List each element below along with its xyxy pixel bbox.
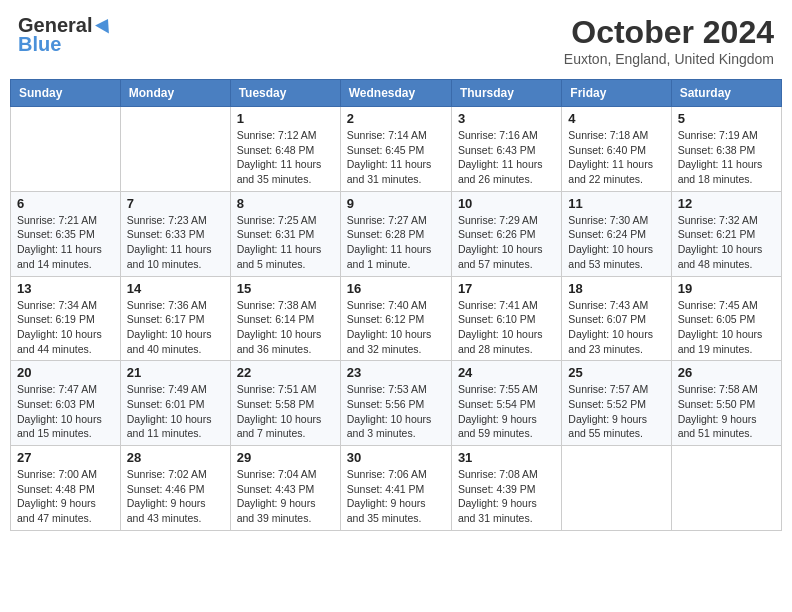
weekday-header-thursday: Thursday	[451, 80, 561, 107]
calendar-week-2: 6Sunrise: 7:21 AM Sunset: 6:35 PM Daylig…	[11, 191, 782, 276]
day-number: 30	[347, 450, 445, 465]
calendar-cell: 12Sunrise: 7:32 AM Sunset: 6:21 PM Dayli…	[671, 191, 781, 276]
day-info: Sunrise: 7:57 AM Sunset: 5:52 PM Dayligh…	[568, 382, 664, 441]
day-info: Sunrise: 7:55 AM Sunset: 5:54 PM Dayligh…	[458, 382, 555, 441]
day-info: Sunrise: 7:04 AM Sunset: 4:43 PM Dayligh…	[237, 467, 334, 526]
day-number: 17	[458, 281, 555, 296]
day-number: 14	[127, 281, 224, 296]
calendar-header: General Blue October 2024 Euxton, Englan…	[10, 10, 782, 71]
day-info: Sunrise: 7:40 AM Sunset: 6:12 PM Dayligh…	[347, 298, 445, 357]
day-info: Sunrise: 7:29 AM Sunset: 6:26 PM Dayligh…	[458, 213, 555, 272]
month-title: October 2024	[564, 14, 774, 51]
calendar-cell: 19Sunrise: 7:45 AM Sunset: 6:05 PM Dayli…	[671, 276, 781, 361]
day-number: 28	[127, 450, 224, 465]
day-info: Sunrise: 7:14 AM Sunset: 6:45 PM Dayligh…	[347, 128, 445, 187]
day-info: Sunrise: 7:58 AM Sunset: 5:50 PM Dayligh…	[678, 382, 775, 441]
day-number: 12	[678, 196, 775, 211]
weekday-header-sunday: Sunday	[11, 80, 121, 107]
calendar-cell: 28Sunrise: 7:02 AM Sunset: 4:46 PM Dayli…	[120, 446, 230, 531]
calendar-cell: 20Sunrise: 7:47 AM Sunset: 6:03 PM Dayli…	[11, 361, 121, 446]
calendar-cell: 17Sunrise: 7:41 AM Sunset: 6:10 PM Dayli…	[451, 276, 561, 361]
calendar-table: SundayMondayTuesdayWednesdayThursdayFrid…	[10, 79, 782, 531]
calendar-cell: 16Sunrise: 7:40 AM Sunset: 6:12 PM Dayli…	[340, 276, 451, 361]
calendar-cell: 24Sunrise: 7:55 AM Sunset: 5:54 PM Dayli…	[451, 361, 561, 446]
day-number: 8	[237, 196, 334, 211]
day-info: Sunrise: 7:00 AM Sunset: 4:48 PM Dayligh…	[17, 467, 114, 526]
day-number: 18	[568, 281, 664, 296]
day-number: 3	[458, 111, 555, 126]
day-number: 10	[458, 196, 555, 211]
calendar-cell: 31Sunrise: 7:08 AM Sunset: 4:39 PM Dayli…	[451, 446, 561, 531]
day-info: Sunrise: 7:21 AM Sunset: 6:35 PM Dayligh…	[17, 213, 114, 272]
calendar-cell: 21Sunrise: 7:49 AM Sunset: 6:01 PM Dayli…	[120, 361, 230, 446]
day-info: Sunrise: 7:51 AM Sunset: 5:58 PM Dayligh…	[237, 382, 334, 441]
title-block: October 2024 Euxton, England, United Kin…	[564, 14, 774, 67]
calendar-cell: 13Sunrise: 7:34 AM Sunset: 6:19 PM Dayli…	[11, 276, 121, 361]
calendar-cell: 27Sunrise: 7:00 AM Sunset: 4:48 PM Dayli…	[11, 446, 121, 531]
day-number: 25	[568, 365, 664, 380]
day-info: Sunrise: 7:25 AM Sunset: 6:31 PM Dayligh…	[237, 213, 334, 272]
calendar-cell: 6Sunrise: 7:21 AM Sunset: 6:35 PM Daylig…	[11, 191, 121, 276]
calendar-cell	[11, 107, 121, 192]
calendar-cell: 9Sunrise: 7:27 AM Sunset: 6:28 PM Daylig…	[340, 191, 451, 276]
day-number: 19	[678, 281, 775, 296]
day-info: Sunrise: 7:23 AM Sunset: 6:33 PM Dayligh…	[127, 213, 224, 272]
calendar-cell	[562, 446, 671, 531]
calendar-week-5: 27Sunrise: 7:00 AM Sunset: 4:48 PM Dayli…	[11, 446, 782, 531]
day-info: Sunrise: 7:47 AM Sunset: 6:03 PM Dayligh…	[17, 382, 114, 441]
calendar-cell: 14Sunrise: 7:36 AM Sunset: 6:17 PM Dayli…	[120, 276, 230, 361]
weekday-header-saturday: Saturday	[671, 80, 781, 107]
day-info: Sunrise: 7:08 AM Sunset: 4:39 PM Dayligh…	[458, 467, 555, 526]
day-number: 13	[17, 281, 114, 296]
calendar-cell: 7Sunrise: 7:23 AM Sunset: 6:33 PM Daylig…	[120, 191, 230, 276]
calendar-cell: 30Sunrise: 7:06 AM Sunset: 4:41 PM Dayli…	[340, 446, 451, 531]
day-number: 26	[678, 365, 775, 380]
day-number: 4	[568, 111, 664, 126]
weekday-header-monday: Monday	[120, 80, 230, 107]
calendar-cell: 11Sunrise: 7:30 AM Sunset: 6:24 PM Dayli…	[562, 191, 671, 276]
logo-blue: Blue	[18, 33, 61, 56]
day-info: Sunrise: 7:18 AM Sunset: 6:40 PM Dayligh…	[568, 128, 664, 187]
day-number: 24	[458, 365, 555, 380]
weekday-header-friday: Friday	[562, 80, 671, 107]
day-number: 5	[678, 111, 775, 126]
calendar-cell: 8Sunrise: 7:25 AM Sunset: 6:31 PM Daylig…	[230, 191, 340, 276]
day-info: Sunrise: 7:45 AM Sunset: 6:05 PM Dayligh…	[678, 298, 775, 357]
location: Euxton, England, United Kingdom	[564, 51, 774, 67]
day-info: Sunrise: 7:53 AM Sunset: 5:56 PM Dayligh…	[347, 382, 445, 441]
day-number: 20	[17, 365, 114, 380]
calendar-cell: 15Sunrise: 7:38 AM Sunset: 6:14 PM Dayli…	[230, 276, 340, 361]
day-info: Sunrise: 7:43 AM Sunset: 6:07 PM Dayligh…	[568, 298, 664, 357]
calendar-cell: 22Sunrise: 7:51 AM Sunset: 5:58 PM Dayli…	[230, 361, 340, 446]
calendar-week-4: 20Sunrise: 7:47 AM Sunset: 6:03 PM Dayli…	[11, 361, 782, 446]
day-info: Sunrise: 7:12 AM Sunset: 6:48 PM Dayligh…	[237, 128, 334, 187]
day-info: Sunrise: 7:27 AM Sunset: 6:28 PM Dayligh…	[347, 213, 445, 272]
calendar-week-1: 1Sunrise: 7:12 AM Sunset: 6:48 PM Daylig…	[11, 107, 782, 192]
day-number: 15	[237, 281, 334, 296]
calendar-cell: 18Sunrise: 7:43 AM Sunset: 6:07 PM Dayli…	[562, 276, 671, 361]
day-info: Sunrise: 7:19 AM Sunset: 6:38 PM Dayligh…	[678, 128, 775, 187]
calendar-cell: 1Sunrise: 7:12 AM Sunset: 6:48 PM Daylig…	[230, 107, 340, 192]
day-number: 22	[237, 365, 334, 380]
calendar-cell: 26Sunrise: 7:58 AM Sunset: 5:50 PM Dayli…	[671, 361, 781, 446]
weekday-header-wednesday: Wednesday	[340, 80, 451, 107]
day-number: 1	[237, 111, 334, 126]
day-number: 6	[17, 196, 114, 211]
day-info: Sunrise: 7:30 AM Sunset: 6:24 PM Dayligh…	[568, 213, 664, 272]
calendar-cell	[120, 107, 230, 192]
calendar-cell	[671, 446, 781, 531]
day-number: 9	[347, 196, 445, 211]
day-info: Sunrise: 7:16 AM Sunset: 6:43 PM Dayligh…	[458, 128, 555, 187]
logo-icon	[94, 16, 114, 36]
day-info: Sunrise: 7:06 AM Sunset: 4:41 PM Dayligh…	[347, 467, 445, 526]
calendar-cell: 29Sunrise: 7:04 AM Sunset: 4:43 PM Dayli…	[230, 446, 340, 531]
day-info: Sunrise: 7:38 AM Sunset: 6:14 PM Dayligh…	[237, 298, 334, 357]
calendar-cell: 3Sunrise: 7:16 AM Sunset: 6:43 PM Daylig…	[451, 107, 561, 192]
day-number: 23	[347, 365, 445, 380]
weekday-header-row: SundayMondayTuesdayWednesdayThursdayFrid…	[11, 80, 782, 107]
day-number: 27	[17, 450, 114, 465]
calendar-cell: 2Sunrise: 7:14 AM Sunset: 6:45 PM Daylig…	[340, 107, 451, 192]
calendar-cell: 4Sunrise: 7:18 AM Sunset: 6:40 PM Daylig…	[562, 107, 671, 192]
day-info: Sunrise: 7:32 AM Sunset: 6:21 PM Dayligh…	[678, 213, 775, 272]
day-number: 21	[127, 365, 224, 380]
